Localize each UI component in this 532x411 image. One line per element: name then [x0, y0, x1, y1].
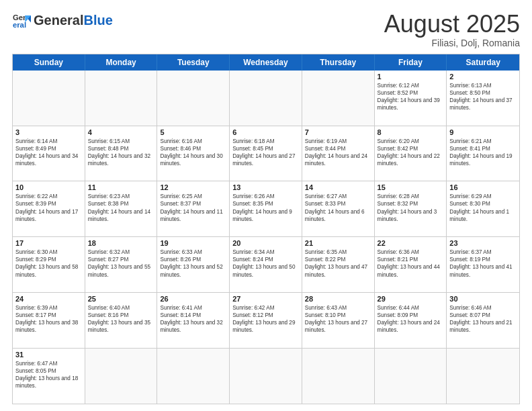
- day-number: 25: [88, 295, 154, 303]
- calendar-cell: [13, 71, 85, 126]
- calendar-cell: [157, 349, 230, 404]
- calendar-cell: [447, 349, 519, 404]
- calendar-cell: 10Sunrise: 6:22 AM Sunset: 8:39 PM Dayli…: [13, 181, 85, 236]
- calendar-cell: 19Sunrise: 6:33 AM Sunset: 8:26 PM Dayli…: [157, 237, 230, 292]
- day-number: 27: [232, 295, 299, 303]
- day-number: 3: [15, 128, 82, 136]
- calendar-cell: 26Sunrise: 6:41 AM Sunset: 8:14 PM Dayli…: [157, 293, 230, 348]
- subtitle: Filiasi, Dolj, Romania: [384, 38, 520, 48]
- day-number: 8: [378, 128, 444, 136]
- calendar-cell: 1Sunrise: 6:12 AM Sunset: 8:52 PM Daylig…: [375, 71, 447, 126]
- day-info: Sunrise: 6:30 AM Sunset: 8:29 PM Dayligh…: [15, 248, 82, 278]
- logo-icon: Gen eral: [12, 11, 31, 30]
- day-info: Sunrise: 6:21 AM Sunset: 8:41 PM Dayligh…: [449, 138, 517, 167]
- calendar-row-5: 31Sunrise: 6:47 AM Sunset: 8:05 PM Dayli…: [13, 348, 519, 404]
- day-number: 4: [88, 128, 154, 136]
- calendar-cell: 21Sunrise: 6:35 AM Sunset: 8:22 PM Dayli…: [302, 237, 375, 292]
- day-number: 31: [15, 351, 82, 359]
- day-number: 17: [15, 239, 82, 247]
- calendar-cell: [302, 71, 375, 126]
- day-number: 21: [305, 239, 371, 247]
- day-number: 19: [160, 239, 226, 247]
- day-info: Sunrise: 6:16 AM Sunset: 8:46 PM Dayligh…: [160, 138, 226, 167]
- day-info: Sunrise: 6:33 AM Sunset: 8:26 PM Dayligh…: [160, 248, 226, 278]
- day-info: Sunrise: 6:25 AM Sunset: 8:37 PM Dayligh…: [160, 193, 226, 222]
- header-cell-friday: Friday: [375, 54, 447, 71]
- calendar-header: SundayMondayTuesdayWednesdayThursdayFrid…: [13, 54, 519, 71]
- calendar-body: 1Sunrise: 6:12 AM Sunset: 8:52 PM Daylig…: [13, 71, 519, 404]
- day-number: 23: [449, 239, 517, 247]
- svg-text:eral: eral: [13, 21, 26, 29]
- day-number: 24: [15, 295, 82, 303]
- day-info: Sunrise: 6:23 AM Sunset: 8:38 PM Dayligh…: [88, 193, 154, 222]
- calendar-cell: [157, 71, 230, 126]
- day-number: 14: [305, 183, 371, 191]
- title-area: August 2025 Filiasi, Dolj, Romania: [384, 11, 520, 48]
- day-info: Sunrise: 6:27 AM Sunset: 8:33 PM Dayligh…: [305, 193, 371, 222]
- day-number: 9: [449, 128, 517, 136]
- header-cell-tuesday: Tuesday: [157, 54, 230, 71]
- day-info: Sunrise: 6:22 AM Sunset: 8:39 PM Dayligh…: [15, 193, 82, 222]
- calendar-cell: 23Sunrise: 6:37 AM Sunset: 8:19 PM Dayli…: [447, 237, 519, 292]
- calendar-cell: 15Sunrise: 6:28 AM Sunset: 8:32 PM Dayli…: [375, 181, 447, 236]
- header-cell-saturday: Saturday: [447, 54, 519, 71]
- calendar-cell: 20Sunrise: 6:34 AM Sunset: 8:24 PM Dayli…: [230, 237, 302, 292]
- day-info: Sunrise: 6:36 AM Sunset: 8:21 PM Dayligh…: [378, 248, 444, 278]
- calendar-cell: 5Sunrise: 6:16 AM Sunset: 8:46 PM Daylig…: [157, 126, 230, 181]
- calendar-cell: 7Sunrise: 6:19 AM Sunset: 8:44 PM Daylig…: [302, 126, 375, 181]
- calendar-cell: 11Sunrise: 6:23 AM Sunset: 8:38 PM Dayli…: [85, 181, 158, 236]
- day-info: Sunrise: 6:29 AM Sunset: 8:30 PM Dayligh…: [449, 193, 517, 222]
- calendar-cell: 4Sunrise: 6:15 AM Sunset: 8:48 PM Daylig…: [85, 126, 158, 181]
- calendar-cell: 9Sunrise: 6:21 AM Sunset: 8:41 PM Daylig…: [447, 126, 519, 181]
- day-info: Sunrise: 6:35 AM Sunset: 8:22 PM Dayligh…: [305, 248, 371, 278]
- day-number: 12: [160, 183, 226, 191]
- calendar-cell: 3Sunrise: 6:14 AM Sunset: 8:49 PM Daylig…: [13, 126, 85, 181]
- calendar-cell: 29Sunrise: 6:44 AM Sunset: 8:09 PM Dayli…: [375, 293, 447, 348]
- day-number: 10: [15, 183, 82, 191]
- calendar-cell: [230, 349, 302, 404]
- header-cell-sunday: Sunday: [13, 54, 85, 71]
- day-number: 15: [378, 183, 444, 191]
- page: Gen eral GeneralBlue August 2025 Filiasi…: [0, 0, 532, 411]
- calendar-cell: 25Sunrise: 6:40 AM Sunset: 8:16 PM Dayli…: [85, 293, 158, 348]
- day-info: Sunrise: 6:44 AM Sunset: 8:09 PM Dayligh…: [378, 304, 444, 334]
- day-info: Sunrise: 6:20 AM Sunset: 8:42 PM Dayligh…: [378, 138, 444, 167]
- day-number: 7: [305, 128, 371, 136]
- calendar: SundayMondayTuesdayWednesdayThursdayFrid…: [12, 54, 520, 404]
- day-number: 16: [449, 183, 517, 191]
- calendar-cell: 2Sunrise: 6:13 AM Sunset: 8:50 PM Daylig…: [447, 71, 519, 126]
- day-number: 18: [88, 239, 154, 247]
- day-info: Sunrise: 6:46 AM Sunset: 8:07 PM Dayligh…: [449, 304, 517, 334]
- calendar-cell: 24Sunrise: 6:39 AM Sunset: 8:17 PM Dayli…: [13, 293, 85, 348]
- calendar-cell: 12Sunrise: 6:25 AM Sunset: 8:37 PM Dayli…: [157, 181, 230, 236]
- day-number: 13: [232, 183, 299, 191]
- day-info: Sunrise: 6:39 AM Sunset: 8:17 PM Dayligh…: [15, 304, 82, 334]
- calendar-row-0: 1Sunrise: 6:12 AM Sunset: 8:52 PM Daylig…: [13, 71, 519, 126]
- calendar-row-2: 10Sunrise: 6:22 AM Sunset: 8:39 PM Dayli…: [13, 181, 519, 236]
- day-info: Sunrise: 6:13 AM Sunset: 8:50 PM Dayligh…: [449, 82, 517, 111]
- day-info: Sunrise: 6:34 AM Sunset: 8:24 PM Dayligh…: [232, 248, 299, 278]
- calendar-cell: 6Sunrise: 6:18 AM Sunset: 8:45 PM Daylig…: [230, 126, 302, 181]
- day-info: Sunrise: 6:12 AM Sunset: 8:52 PM Dayligh…: [378, 82, 444, 111]
- logo-area: Gen eral GeneralBlue: [12, 11, 113, 30]
- calendar-cell: [85, 349, 158, 404]
- calendar-cell: 8Sunrise: 6:20 AM Sunset: 8:42 PM Daylig…: [375, 126, 447, 181]
- calendar-row-4: 24Sunrise: 6:39 AM Sunset: 8:17 PM Dayli…: [13, 292, 519, 348]
- day-info: Sunrise: 6:37 AM Sunset: 8:19 PM Dayligh…: [449, 248, 517, 278]
- day-info: Sunrise: 6:40 AM Sunset: 8:16 PM Dayligh…: [88, 304, 154, 334]
- day-number: 30: [449, 295, 517, 303]
- header-cell-monday: Monday: [85, 54, 158, 71]
- day-info: Sunrise: 6:43 AM Sunset: 8:10 PM Dayligh…: [305, 304, 371, 334]
- day-number: 28: [305, 295, 371, 303]
- calendar-cell: [375, 349, 447, 404]
- header-cell-wednesday: Wednesday: [230, 54, 302, 71]
- header-cell-thursday: Thursday: [302, 54, 375, 71]
- day-number: 20: [232, 239, 299, 247]
- day-info: Sunrise: 6:41 AM Sunset: 8:14 PM Dayligh…: [160, 304, 226, 334]
- day-info: Sunrise: 6:32 AM Sunset: 8:27 PM Dayligh…: [88, 248, 154, 278]
- calendar-cell: 14Sunrise: 6:27 AM Sunset: 8:33 PM Dayli…: [302, 181, 375, 236]
- calendar-cell: 16Sunrise: 6:29 AM Sunset: 8:30 PM Dayli…: [447, 181, 519, 236]
- calendar-cell: 27Sunrise: 6:42 AM Sunset: 8:12 PM Dayli…: [230, 293, 302, 348]
- day-number: 29: [378, 295, 444, 303]
- calendar-cell: 22Sunrise: 6:36 AM Sunset: 8:21 PM Dayli…: [375, 237, 447, 292]
